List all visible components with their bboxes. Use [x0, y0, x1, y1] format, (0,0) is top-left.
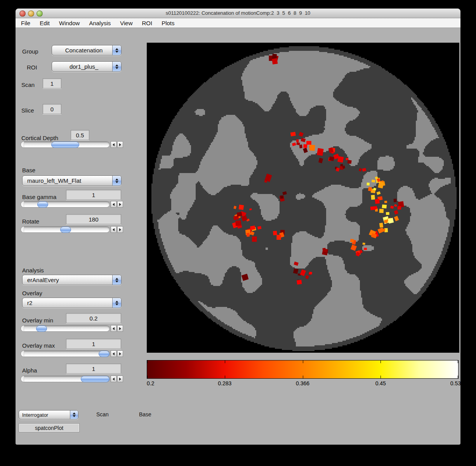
slider-increment-button[interactable]	[117, 376, 123, 382]
window-title: s01120100222: Concatenation of motionCom…	[16, 10, 460, 16]
alpha-slider-thumb[interactable]	[81, 376, 109, 382]
overlay-min-slider[interactable]	[21, 325, 123, 332]
rotate-slider-thumb[interactable]	[60, 227, 71, 233]
overlay-max-slider-thumb[interactable]	[99, 351, 109, 357]
chevron-updown-icon	[112, 176, 121, 185]
arrow-right-icon	[119, 378, 121, 381]
cortical-depth-field[interactable]	[71, 130, 89, 140]
colorbar	[147, 360, 459, 379]
slider-increment-button[interactable]	[117, 141, 123, 148]
base-label: Base	[22, 167, 35, 173]
slider-decrement-button[interactable]	[111, 201, 116, 208]
overlay-min-slider-thumb[interactable]	[36, 326, 47, 332]
scan-label: Scan	[21, 81, 35, 88]
slider-increment-button[interactable]	[117, 325, 123, 332]
base-section-label: Base	[139, 411, 151, 417]
slider-increment-button[interactable]	[117, 201, 123, 208]
slider-cap	[21, 227, 24, 232]
chevron-updown-icon	[112, 62, 121, 71]
rotate-slider[interactable]	[21, 226, 123, 233]
flatmap-image[interactable]	[147, 43, 459, 353]
analysis-label: Analysis	[22, 267, 44, 274]
menu-analysis[interactable]: Analysis	[89, 20, 111, 26]
alpha-slider-track[interactable]	[21, 376, 110, 382]
slider-cap	[21, 142, 24, 147]
colorbar-tick: 0.45	[375, 380, 386, 386]
rotate-slider-track[interactable]	[21, 226, 110, 233]
slider-increment-button[interactable]	[117, 350, 123, 357]
menu-bar: File Edit Window Analysis View ROI Plots	[16, 18, 460, 28]
menu-roi[interactable]: ROI	[142, 20, 153, 26]
group-label: Group	[22, 48, 38, 55]
menu-edit[interactable]: Edit	[40, 20, 50, 26]
slider-decrement-button[interactable]	[111, 350, 116, 357]
arrow-left-icon	[113, 228, 115, 231]
menu-plots[interactable]: Plots	[162, 20, 174, 26]
arrow-right-icon	[119, 327, 121, 330]
overlay-dropdown-value: r2	[23, 300, 121, 306]
chevron-updown-icon	[112, 298, 121, 308]
title-bar[interactable]: s01120100222: Concatenation of motionCom…	[16, 9, 460, 18]
group-dropdown[interactable]: Concatenation	[52, 45, 122, 55]
overlay-min-label: Overlay min	[22, 317, 53, 324]
slider-cap	[21, 376, 24, 382]
scan-section-label: Scan	[96, 411, 109, 417]
overlay-max-slider[interactable]	[21, 350, 123, 357]
slice-label: Slice	[21, 107, 34, 114]
group-dropdown-value: Concatenation	[52, 47, 121, 54]
rotate-field[interactable]	[66, 214, 121, 224]
overlay-min-field[interactable]	[66, 313, 121, 323]
slider-decrement-button[interactable]	[111, 376, 116, 382]
slider-cap	[21, 326, 24, 331]
base-dropdown[interactable]: mauro_left_WM_Flat	[22, 175, 122, 186]
menu-file[interactable]: File	[21, 20, 30, 26]
arrow-right-icon	[119, 228, 121, 231]
alpha-slider[interactable]	[21, 376, 123, 382]
roi-dropdown-value: dor1_plus_	[52, 63, 121, 70]
base-gamma-slider[interactable]	[21, 201, 123, 208]
cortical-depth-label: Cortical Depth	[21, 135, 58, 141]
spatconplot-button[interactable]: spatconPlot	[19, 423, 80, 432]
colorbar-tick: 0.283	[218, 380, 231, 386]
cortical-depth-slider[interactable]	[21, 141, 123, 148]
overlay-max-slider-track[interactable]	[21, 350, 110, 357]
interrogator-dropdown-value: Interrogator	[19, 412, 78, 418]
overlay-max-field[interactable]	[66, 339, 121, 349]
base-gamma-slider-thumb[interactable]	[37, 201, 48, 208]
base-dropdown-value: mauro_left_WM_Flat	[23, 177, 121, 184]
interrogator-dropdown[interactable]: Interrogator	[19, 410, 78, 419]
slider-decrement-button[interactable]	[111, 226, 116, 233]
rotate-label: Rotate	[22, 218, 39, 225]
colorbar-tick: 0.53	[450, 380, 461, 386]
slider-increment-button[interactable]	[117, 226, 123, 233]
arrow-left-icon	[113, 352, 115, 355]
cortical-depth-slider-track[interactable]	[21, 141, 110, 148]
roi-dropdown[interactable]: dor1_plus_	[52, 61, 122, 72]
overlay-max-label: Overlay max	[22, 342, 55, 349]
overlay-min-slider-track[interactable]	[21, 325, 110, 332]
slider-cap	[21, 351, 24, 357]
overlay-dropdown[interactable]: r2	[22, 298, 122, 308]
cortical-depth-slider-thumb[interactable]	[51, 142, 79, 148]
slider-cap	[21, 201, 24, 207]
colorbar-tick-labels: 0.2 0.283 0.366 0.45 0.53	[147, 380, 459, 387]
menu-view[interactable]: View	[120, 20, 132, 26]
base-gamma-slider-track[interactable]	[21, 201, 110, 208]
slider-decrement-button[interactable]	[111, 141, 116, 148]
chevron-updown-icon	[70, 411, 78, 419]
menu-window[interactable]: Window	[59, 20, 80, 26]
arrow-right-icon	[119, 352, 121, 355]
arrow-left-icon	[113, 327, 115, 330]
base-gamma-field[interactable]	[66, 190, 121, 200]
alpha-label: Alpha	[22, 367, 37, 374]
colorbar-tick: 0.2	[147, 380, 154, 386]
arrow-right-icon	[119, 203, 121, 206]
slider-decrement-button[interactable]	[111, 325, 116, 332]
scan-field[interactable]	[43, 78, 61, 88]
analysis-dropdown-value: erAnalEvery	[23, 277, 121, 283]
slice-field[interactable]	[43, 104, 61, 114]
overlay-label: Overlay	[22, 290, 42, 296]
alpha-field[interactable]	[66, 364, 121, 374]
analysis-dropdown[interactable]: erAnalEvery	[22, 275, 122, 285]
chevron-updown-icon	[112, 275, 121, 285]
